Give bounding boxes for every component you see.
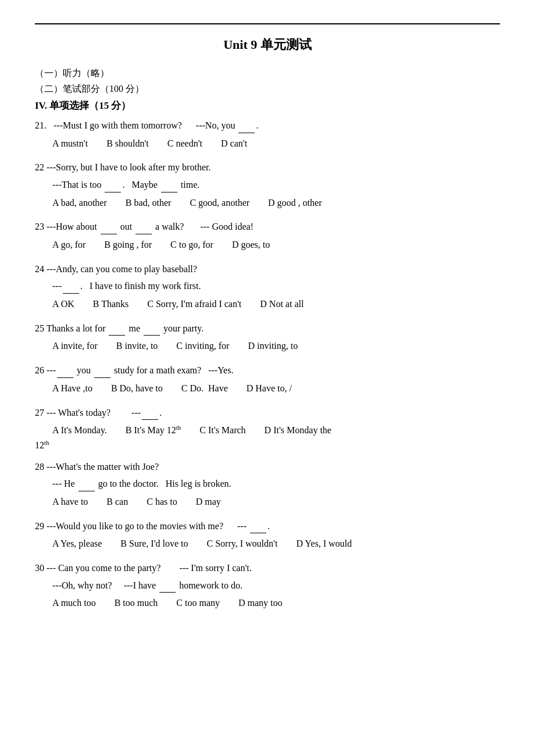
q28-opt-b: B can <box>106 494 128 511</box>
question-28: 28 ---What's the matter with Joe? --- He… <box>35 459 500 511</box>
q21-opt-b: B shouldn't <box>106 135 149 152</box>
q29-opt-b: B Sure, I'd love to <box>120 536 188 552</box>
question-22: 22 ---Sorry, but I have to look after my… <box>35 160 500 211</box>
q30-options: A much too B too much C too many D many … <box>52 595 500 612</box>
q30-opt-b: B too much <box>115 595 158 612</box>
q21-opt-a: A mustn't <box>52 135 88 152</box>
q28-opt-a: A have to <box>52 494 88 511</box>
question-29: 29 ---Would you like to go to the movies… <box>35 519 500 552</box>
q25-opt-b: B invite, to <box>116 338 158 355</box>
q22-opt-d: D good , other <box>268 195 322 212</box>
q25-opt-a: A invite, for <box>52 338 98 355</box>
q30-opt-a: A much too <box>52 595 96 612</box>
q24-line1: 24 ---Andy, can you come to play basebal… <box>35 262 500 277</box>
q24-opt-a: A OK <box>52 296 74 313</box>
q22-opt-a: A bad, another <box>52 195 107 212</box>
q24-line2: ---. I have to finish my work first. <box>52 279 500 294</box>
q27-opt-d: D It's Monday the <box>265 422 331 439</box>
q26-line1: 26 --- you study for a math exam? ---Yes… <box>35 363 500 378</box>
q23-opt-d: D goes, to <box>232 237 270 254</box>
q24-options: A OK B Thanks C Sorry, I'm afraid I can'… <box>52 296 500 313</box>
q26-options: A Have ,to B Do, have to C Do. Have D Ha… <box>52 380 500 397</box>
q24-opt-c: C Sorry, I'm afraid I can't <box>147 296 241 313</box>
q27-options: A It's Monday. B It's May 12th C It's Ma… <box>52 422 500 439</box>
iv-heading: IV. 单项选择（15 分） <box>35 99 500 112</box>
q27-opt-a: A It's Monday. <box>52 422 107 439</box>
question-26: 26 --- you study for a math exam? ---Yes… <box>35 363 500 397</box>
q22-opt-b: B bad, other <box>126 195 172 212</box>
q21-line1: 21. ---Must I go with them tomorrow? ---… <box>35 118 500 133</box>
q28-options: A have to B can C has to D may <box>52 494 500 511</box>
q26-opt-d: D Have to, / <box>247 380 292 397</box>
q25-opt-c: C inviting, for <box>176 338 229 355</box>
q27-opt-c: C It's March <box>199 422 245 439</box>
q26-opt-b: B Do, have to <box>111 380 163 397</box>
q24-opt-b: B Thanks <box>93 296 129 313</box>
top-line <box>35 23 500 24</box>
q25-opt-d: D inviting, to <box>248 338 298 355</box>
question-24: 24 ---Andy, can you come to play basebal… <box>35 262 500 313</box>
q25-line1: 25 Thanks a lot for me your party. <box>35 321 500 336</box>
q29-opt-a: A Yes, please <box>52 536 102 552</box>
page-title: Unit 9 单元测试 <box>35 36 500 54</box>
q23-opt-a: A go, for <box>52 237 85 254</box>
q28-line2: --- He go to the doctor. His leg is brok… <box>52 476 500 491</box>
q25-options: A invite, for B invite, to C inviting, f… <box>52 338 500 355</box>
q30-line1: 30 --- Can you come to the party? --- I'… <box>35 561 500 576</box>
q21-opt-c: C needn't <box>167 135 202 152</box>
question-23: 23 ---How about out a walk? --- Good ide… <box>35 219 500 253</box>
q29-opt-d: D Yes, I would <box>296 536 352 552</box>
question-30: 30 --- Can you come to the party? --- I'… <box>35 561 500 612</box>
q30-opt-c: C too many <box>176 595 220 612</box>
q28-line1: 28 ---What's the matter with Joe? <box>35 459 500 475</box>
q30-opt-d: D many too <box>238 595 283 612</box>
written-section: （二）笔试部分（100 分） <box>35 83 500 95</box>
q28-opt-c: C has to <box>147 494 177 511</box>
q27-line1: 27 --- What's today? ---. <box>35 405 500 420</box>
q24-opt-d: D Not at all <box>260 296 304 313</box>
question-25: 25 Thanks a lot for me your party. A inv… <box>35 321 500 355</box>
q23-opt-c: C to go, for <box>170 237 213 254</box>
q27-opt-b: B It's May 12th <box>126 422 181 439</box>
q28-opt-d: D may <box>196 494 221 511</box>
q23-line1: 23 ---How about out a walk? --- Good ide… <box>35 219 500 234</box>
q29-opt-c: C Sorry, I wouldn't <box>207 536 278 552</box>
listening-section: （一）听力（略） <box>35 67 500 80</box>
question-27: 27 --- What's today? ---. A It's Monday.… <box>35 405 500 451</box>
q22-options: A bad, another B bad, other C good, anot… <box>52 195 500 212</box>
q22-line1: 22 ---Sorry, but I have to look after my… <box>35 160 500 175</box>
q30-line2: ---Oh, why not? ---I have homework to do… <box>52 578 500 593</box>
q22-line2: ---That is too . Maybe time. <box>52 177 500 192</box>
q26-opt-a: A Have ,to <box>52 380 92 397</box>
question-21: 21. ---Must I go with them tomorrow? ---… <box>35 118 500 152</box>
q27-continuation: 12th <box>35 439 500 451</box>
q26-opt-c: C Do. Have <box>181 380 228 397</box>
q23-options: A go, for B going , for C to go, for D g… <box>52 237 500 254</box>
q29-options: A Yes, please B Sure, I'd love to C Sorr… <box>52 536 500 552</box>
q23-opt-b: B going , for <box>104 237 152 254</box>
q29-line1: 29 ---Would you like to go to the movies… <box>35 519 500 534</box>
q22-opt-c: C good, another <box>190 195 249 212</box>
q21-options: A mustn't B shouldn't C needn't D can't <box>52 135 500 152</box>
q21-opt-d: D can't <box>221 135 247 152</box>
